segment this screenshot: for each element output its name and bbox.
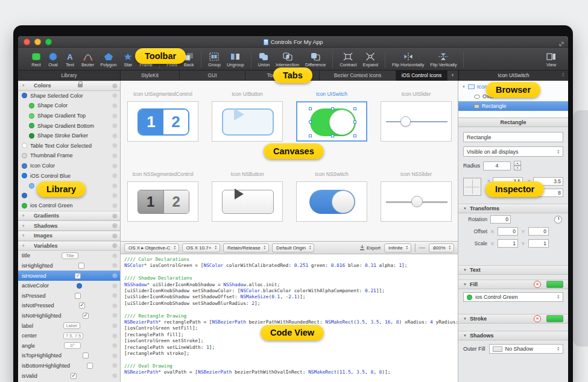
- library-variable-activecolor[interactable]: activeColor◎: [18, 281, 120, 291]
- library-variable-center[interactable]: center7.5, 7.5◎: [18, 331, 120, 341]
- variable-checkbox[interactable]: [78, 263, 84, 269]
- toolbar-item-bezier[interactable]: Bezier: [78, 52, 97, 67]
- toolbar-item-polygon[interactable]: Polygon: [97, 52, 119, 67]
- selection-handle[interactable]: [353, 121, 356, 124]
- scope-icon[interactable]: ◎: [112, 203, 117, 208]
- selection-handle[interactable]: [353, 134, 356, 137]
- scope-icon[interactable]: ◎: [112, 293, 117, 298]
- variable-checkbox[interactable]: [87, 363, 93, 369]
- canvas-icon-nssegmentedcontrol[interactable]: 12: [127, 181, 198, 222]
- toolbar-item-expand[interactable]: Expand: [359, 52, 381, 67]
- canvas-selector-dropdown[interactable]: Icon UISwitch ▲▼: [458, 70, 568, 81]
- scope-icon[interactable]: ◎: [112, 343, 117, 348]
- scope-icon[interactable]: ◎: [112, 303, 117, 308]
- selection-handle[interactable]: [353, 107, 356, 110]
- scope-icon[interactable]: ◎: [112, 133, 117, 139]
- library-color-item[interactable]: Shape Gradient Top◎: [18, 111, 120, 121]
- fullscreen-icon[interactable]: [558, 39, 564, 49]
- library-variable-istophighlighted[interactable]: isTopHighlighted◎: [18, 351, 120, 361]
- library-variable-label[interactable]: labelLabel◎: [18, 321, 120, 331]
- tab-gui[interactable]: GUI: [180, 70, 245, 81]
- variable-checkbox[interactable]: [79, 302, 85, 308]
- add-icon[interactable]: +: [22, 213, 28, 219]
- export-button[interactable]: Export: [359, 245, 381, 251]
- scope-icon[interactable]: ◎: [112, 123, 117, 128]
- offset-y-field[interactable]: 0: [528, 227, 549, 236]
- toolbar-item-rect[interactable]: Rect: [28, 52, 45, 67]
- code-dropdown-os-x-10-7+[interactable]: OS X 10.7+▲▼: [182, 243, 220, 252]
- fill-color-dropdown[interactable]: ios Control Green ▲▼: [463, 292, 563, 302]
- offset-x-field[interactable]: 0: [498, 227, 518, 236]
- library-group-variables[interactable]: +Variables◎: [18, 241, 120, 251]
- scope-icon[interactable]: ◎: [112, 273, 117, 278]
- scope-icon[interactable]: ◎: [112, 363, 117, 368]
- toolbar-item-ungroup[interactable]: Ungroup: [224, 52, 247, 67]
- selection-handle[interactable]: [331, 134, 334, 137]
- transforms-section-header[interactable]: ▼ Transforms: [458, 204, 568, 213]
- scope-icon[interactable]: ◎: [112, 263, 117, 268]
- scope-icon[interactable]: ◎: [112, 323, 117, 328]
- selection-handle[interactable]: [309, 134, 312, 137]
- browser-rectangle-row[interactable]: Rectangle: [458, 101, 568, 111]
- library-color-item[interactable]: Icon Color◎: [18, 161, 120, 171]
- canvas-size-dropdown[interactable]: Infinite▲▼: [384, 243, 411, 252]
- code-dropdown-retain-release[interactable]: Retain/Release▲▼: [223, 243, 269, 252]
- scope-icon[interactable]: ◎: [112, 153, 117, 158]
- scope-icon[interactable]: ◎: [112, 253, 117, 258]
- toolbar-item-union[interactable]: Union: [255, 52, 273, 67]
- scope-icon[interactable]: ◎: [112, 103, 117, 108]
- library-variable-ispressed[interactable]: isPressed◎: [18, 290, 120, 301]
- radius-field[interactable]: 4: [483, 161, 511, 171]
- library-color-item[interactable]: Shape Color◎: [18, 101, 120, 111]
- variable-value-chip[interactable]: Label: [63, 322, 80, 329]
- scope-icon[interactable]: ◎: [112, 283, 117, 289]
- tab-bezier-context-icons[interactable]: Bezier Context Icons: [320, 70, 396, 81]
- disclosure-triangle-icon[interactable]: ▼: [462, 85, 466, 89]
- toolbar-item-oval[interactable]: Oval: [45, 52, 62, 67]
- scope-icon[interactable]: ◎: [112, 213, 117, 219]
- toolbar-item-contract[interactable]: Contract: [337, 52, 359, 67]
- scope-icon[interactable]: ◎: [112, 183, 117, 189]
- variable-color-dot[interactable]: [77, 283, 82, 289]
- library-group-colors[interactable]: +Colors◎: [18, 81, 120, 91]
- toolbar-item-flip-horizontally[interactable]: Flip Horizontally: [389, 52, 427, 67]
- toolbar-item-flip-vertically[interactable]: Flip Vertically: [427, 52, 460, 67]
- canvas-icon-uibutton[interactable]: [212, 101, 283, 142]
- canvas-icon-uiswitch[interactable]: [296, 101, 367, 142]
- remove-fill-button[interactable]: ×: [534, 281, 541, 288]
- add-icon[interactable]: +: [22, 223, 28, 229]
- toolbar-item-star[interactable]: Star: [119, 52, 136, 67]
- canvas-icon-nsslider[interactable]: [381, 181, 452, 222]
- resizing-anchor-control[interactable]: [463, 178, 481, 196]
- stroke-section-header[interactable]: ▼ Stroke ×: [458, 314, 568, 324]
- library-variable-isnothighlighted[interactable]: isNotHighlighted◎: [18, 311, 120, 321]
- toolbar-item-text[interactable]: AText: [62, 52, 78, 67]
- zoom-dropdown[interactable]: 800%▲▼: [429, 243, 454, 252]
- scope-icon[interactable]: ◎: [112, 223, 117, 228]
- scope-icon[interactable]: ◎: [112, 373, 117, 378]
- shadow-dropdown[interactable]: No Shadow ▲▼: [489, 344, 563, 354]
- library-color-item[interactable]: ios Control Green◎: [18, 201, 120, 211]
- scope-icon[interactable]: ◎: [112, 143, 117, 148]
- tab-ios-control-icons[interactable]: iOS Control Icons: [396, 70, 447, 81]
- fill-color-swatch[interactable]: [546, 281, 563, 288]
- variable-checkbox[interactable]: [71, 373, 77, 379]
- library-variable-ishighlighted[interactable]: isHighlighted◎: [18, 261, 120, 271]
- toolbar-item-view[interactable]: View: [543, 52, 560, 67]
- scope-icon[interactable]: ◎: [112, 333, 117, 339]
- tab-stylekit[interactable]: StyleKit: [121, 70, 180, 81]
- toolbar-item-difference[interactable]: Difference: [302, 52, 329, 67]
- add-icon[interactable]: +: [22, 243, 28, 249]
- code-dropdown-default-origin[interactable]: Default Origin▲▼: [272, 243, 314, 252]
- library-color-item[interactable]: Shape Stroke Darker◎: [18, 131, 120, 141]
- remove-stroke-button[interactable]: ×: [534, 315, 541, 322]
- scope-icon[interactable]: ◎: [112, 83, 117, 89]
- library-color-item[interactable]: iOS Control Blue◎: [18, 171, 120, 181]
- library-color-item[interactable]: Thumbnail Frame◎: [18, 151, 120, 161]
- library-color-item[interactable]: Shape Gradient Bottom◎: [18, 121, 120, 131]
- radius-stepper[interactable]: ▲▼: [514, 161, 521, 171]
- library-variable-isbottomhighlighted[interactable]: isBottomHighlighted◎: [18, 361, 120, 371]
- library-variable-ishovered[interactable]: isHovered◎: [18, 271, 120, 281]
- library-color-item[interactable]: Table Text Color Selected◎: [18, 141, 120, 151]
- variable-value-chip[interactable]: 0°: [64, 342, 81, 349]
